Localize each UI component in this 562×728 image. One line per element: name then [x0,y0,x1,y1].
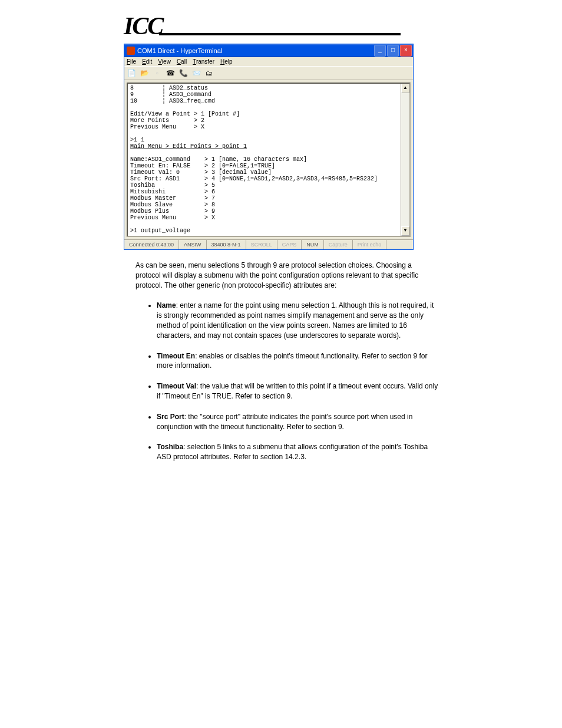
status-settings: 38400 8-N-1 [207,240,246,249]
sep-icon: ▫ [153,68,162,78]
status-scroll: SCROLL [246,240,277,249]
list-item: Name: enter a name for the point using m… [157,301,438,340]
toolbar: 📄 📂 ▫ ☎ 📞 📨 🗂 [124,66,413,80]
minimize-button[interactable]: _ [374,45,386,57]
close-button[interactable]: × [400,45,412,57]
app-icon [127,47,135,55]
list-item: Timeout En: enables or disables the poin… [157,351,438,371]
status-capture: Capture [324,240,353,249]
disconnect-icon[interactable]: 📞 [178,68,188,78]
logo-underline [159,33,401,35]
list-item: Timeout Val: the value that will be writ… [157,381,438,401]
statusbar: Connected 0:43:00 ANSIW 38400 8-N-1 SCRO… [124,239,413,249]
menu-help[interactable]: Help [220,58,233,65]
hyperterminal-window: COM1 Direct - HyperTerminal _ □ × File E… [124,44,414,250]
status-printecho: Print echo [353,240,387,249]
menu-edit[interactable]: Edit [142,58,152,65]
send-icon[interactable]: 📨 [191,68,201,78]
body-text: As can be seen, menu selections 5 throug… [124,261,438,462]
scroll-up-button[interactable]: ▲ [401,84,409,93]
terminal-output: 8 ¦ ASD2_status 9 ¦ ASD3_command 10 ¦ AS… [128,84,401,236]
menu-file[interactable]: File [127,58,136,65]
list-item: Toshiba: selection 5 links to a submenu … [157,442,438,462]
logo: ICC [124,12,438,40]
new-icon[interactable]: 📄 [127,68,136,78]
window-titlebar: COM1 Direct - HyperTerminal _ □ × [124,44,413,57]
properties-icon[interactable]: 🗂 [204,68,214,78]
scrollbar[interactable]: ▲ ▼ [401,84,409,236]
status-connected: Connected 0:43:00 [124,240,179,249]
maximize-button[interactable]: □ [387,45,399,57]
menu-call[interactable]: Call [177,58,187,65]
bullet-list: Name: enter a name for the point using m… [124,301,438,462]
list-item: Src Port: the "source port" attribute in… [157,412,438,432]
scroll-track[interactable] [401,93,409,226]
status-num: NUM [302,240,324,249]
call-icon[interactable]: ☎ [166,68,175,78]
menubar: File Edit View Call Transfer Help [124,57,413,66]
terminal-area[interactable]: 8 ¦ ASD2_status 9 ¦ ASD3_command 10 ¦ AS… [127,83,411,237]
scroll-down-button[interactable]: ▼ [401,226,409,236]
open-icon[interactable]: 📂 [140,68,149,78]
status-mode: ANSIW [179,240,207,249]
menu-transfer[interactable]: Transfer [193,58,214,65]
intro-paragraph: As can be seen, menu selections 5 throug… [124,261,438,290]
status-caps: CAPS [277,240,302,249]
menu-view[interactable]: View [158,58,171,65]
window-title: COM1 Direct - HyperTerminal [137,47,222,54]
